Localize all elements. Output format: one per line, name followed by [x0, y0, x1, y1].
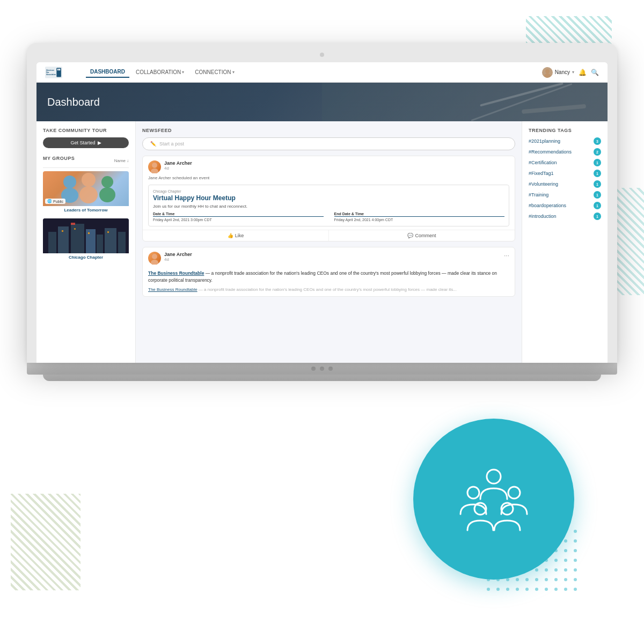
bell-icon[interactable]: 🔔 [579, 69, 587, 76]
svg-point-96 [574, 578, 577, 581]
post-1-author: Jane Archer [164, 160, 509, 166]
svg-point-16 [82, 173, 96, 187]
post-2-body-preview: The Business Roundtable — a nonprofit tr… [148, 286, 509, 293]
svg-point-66 [574, 549, 577, 552]
my-groups-title: MY GROUPS [43, 156, 75, 161]
svg-point-82 [535, 568, 538, 572]
group-card-2[interactable]: Chicago Chapter [43, 218, 129, 261]
tag-training[interactable]: #Training [529, 192, 548, 197]
svg-point-13 [544, 74, 551, 78]
svg-point-33 [152, 163, 157, 168]
connection-chevron: ▾ [232, 70, 235, 75]
event-card: Chicago Chapter Virtual Happy Hour Meetu… [148, 185, 509, 226]
svg-text:Association: Association [46, 74, 56, 76]
nav-dashboard-label: DASHBOARD [90, 69, 125, 75]
search-icon[interactable]: 🔍 [591, 69, 599, 76]
svg-rect-25 [86, 229, 96, 253]
tag-recommendations[interactable]: #Recommendations [529, 149, 572, 155]
svg-point-36 [151, 260, 158, 265]
get-started-button[interactable]: Get Started ▶ [43, 137, 129, 148]
svg-point-17 [79, 186, 98, 203]
event-chapter: Chicago Chapter [153, 189, 504, 193]
laptop-dot-2 [320, 367, 324, 371]
group-1-type: Public [53, 200, 63, 203]
post-1-header: Jane Archer 4d [143, 156, 515, 175]
svg-rect-31 [88, 232, 90, 234]
event-end-label: End Date & Time [334, 212, 505, 217]
comment-icon: 💬 [407, 233, 413, 238]
tag-fixedtag1[interactable]: #FixedTag1 [529, 171, 554, 176]
sidebar: TAKE COMMUNITY TOUR Get Started ▶ MY GRO… [36, 121, 136, 363]
tag-count-2: 2 [594, 148, 601, 156]
svg-point-99 [506, 588, 509, 591]
public-icon: 🌐 [47, 199, 52, 203]
get-started-label: Get Started [70, 140, 95, 145]
tag-count-4: 1 [594, 170, 601, 177]
svg-text:American: American [46, 69, 54, 71]
event-start-val: Friday April 2nd, 2021 3:00pm CDT [153, 218, 324, 222]
svg-point-103 [545, 588, 548, 591]
nav-links: DASHBOARD COLLABORATION ▾ CONNECTION ▾ [86, 67, 533, 78]
laptop-base [27, 363, 617, 375]
my-groups-header: MY GROUPS Name ↓ [43, 156, 129, 168]
nav-dashboard[interactable]: DASHBOARD [86, 67, 129, 78]
svg-point-12 [545, 69, 550, 74]
svg-point-74 [554, 559, 558, 562]
hero-banner: Dashboard [36, 83, 608, 121]
start-post-input[interactable]: ✏️ Start a post [142, 137, 515, 150]
tag-2021planning[interactable]: #2021planning [529, 138, 560, 144]
start-post-placeholder: Start a post [159, 141, 184, 147]
svg-point-94 [554, 578, 558, 581]
svg-rect-26 [97, 235, 103, 253]
nav-connection[interactable]: CONNECTION ▾ [191, 67, 238, 77]
newsfeed: NEWSFEED ✏️ Start a post [136, 121, 522, 363]
tag-row-7: #boardoperations 1 [529, 202, 601, 209]
teal-people-circle [413, 419, 574, 580]
nav-collaboration[interactable]: COLLABORATION ▾ [131, 67, 188, 77]
svg-point-92 [535, 578, 538, 581]
svg-point-85 [564, 568, 567, 572]
tag-volunteering[interactable]: #Volunteering [529, 181, 558, 187]
sort-button[interactable]: Name ↓ [114, 158, 129, 163]
main-content: TAKE COMMUNITY TOUR Get Started ▶ MY GRO… [36, 121, 608, 363]
trending-title: TRENDING TAGS [529, 128, 601, 133]
group-card-1[interactable]: 🌐 Public Leaders of Tomorrow [43, 171, 129, 214]
laptop-screen: American Bar Association DASHBOARD COLLA… [36, 62, 608, 363]
svg-point-104 [554, 588, 558, 591]
nav-user[interactable]: Nancy ▾ [542, 67, 574, 78]
svg-point-93 [545, 578, 548, 581]
like-icon: 👍 [228, 233, 233, 238]
like-button[interactable]: 👍 Like [143, 230, 329, 241]
post-1-action: Jane Archer scheduled an event [143, 175, 515, 182]
post-2-meta: Jane Archer 4d [164, 252, 509, 262]
svg-rect-28 [118, 232, 126, 253]
tag-introduction[interactable]: #introduction [529, 214, 557, 219]
tag-row-8: #introduction 1 [529, 213, 601, 220]
event-start-label: Date & Time [153, 212, 324, 217]
comment-button[interactable]: 💬 Comment [329, 230, 515, 241]
tag-certification[interactable]: #Certification [529, 160, 557, 165]
post-card-2: Jane Archer 4d ··· The Business Roundtab… [142, 247, 515, 297]
newsfeed-title: NEWSFEED [142, 128, 515, 133]
sort-arrow-icon: ↓ [127, 158, 129, 163]
post-2-link[interactable]: The Business Roundtable [148, 287, 197, 292]
post-1-actions: 👍 Like 💬 Comment [143, 230, 515, 241]
group-image-2 [43, 218, 129, 253]
business-roundtable-link[interactable]: The Business Roundtable [148, 270, 204, 276]
svg-point-105 [564, 588, 567, 591]
post-2-body: The Business Roundtable — a nonprofit tr… [143, 267, 515, 296]
tag-boardoperations[interactable]: #boardoperations [529, 203, 566, 208]
tag-row-4: #FixedTag1 1 [529, 170, 601, 177]
svg-rect-23 [71, 224, 84, 253]
laptop-dot-1 [311, 367, 316, 371]
post-more-icon[interactable]: ··· [504, 252, 509, 259]
svg-point-86 [574, 568, 577, 572]
tag-row-5: #Volunteering 1 [529, 180, 601, 188]
edit-icon: ✏️ [150, 141, 156, 147]
svg-point-97 [487, 588, 490, 591]
svg-point-90 [516, 578, 519, 581]
tag-row-3: #Certification 1 [529, 159, 601, 166]
event-title[interactable]: Virtual Happy Hour Meetup [153, 194, 504, 202]
svg-point-0 [487, 470, 501, 484]
svg-point-106 [574, 588, 577, 591]
